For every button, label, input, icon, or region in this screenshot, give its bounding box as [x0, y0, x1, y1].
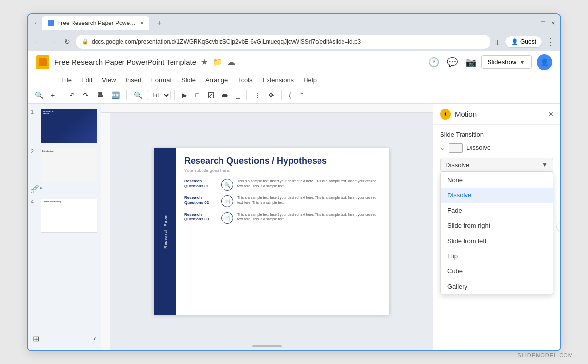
guest-button[interactable]: 👤 Guest — [505, 36, 542, 48]
zoom-plus-button[interactable]: + — [48, 89, 58, 101]
image-button[interactable]: 🖼 — [204, 89, 217, 101]
address-text: docs.google.com/presentation/d/1ZWGRKqSc… — [92, 38, 361, 45]
reload-button[interactable]: ↻ — [62, 36, 72, 48]
minimize-button[interactable]: — — [528, 19, 535, 27]
user-avatar-button[interactable]: 👤 — [537, 54, 552, 70]
dropdown-option-gallery[interactable]: Gallery — [441, 279, 553, 294]
motion-panel-close-button[interactable]: × — [549, 110, 553, 119]
paint-format-button[interactable]: 🆓 — [108, 89, 122, 101]
redo-button[interactable]: ↷ — [80, 89, 92, 101]
dropdown-option-dissolve[interactable]: Dissolve — [441, 188, 553, 203]
menu-view[interactable]: View — [98, 74, 120, 86]
forward-button[interactable]: → — [48, 36, 58, 48]
cloud-icon[interactable]: ☁ — [227, 57, 235, 67]
slide-canvas: Research Paper Research Questions / Hypo… — [154, 148, 389, 315]
tab-bar-arrow-left[interactable]: ‹ — [33, 19, 39, 27]
menu-edit[interactable]: Edit — [77, 74, 96, 86]
move-icon[interactable]: ✥ — [266, 89, 277, 101]
folder-icon[interactable]: 📁 — [213, 57, 222, 67]
extensions-icon[interactable]: ◫ — [494, 38, 501, 46]
guest-label: Guest — [520, 38, 536, 45]
browser-tab[interactable]: Free Research Paper PowerPoin... × — [42, 16, 149, 30]
separator-1 — [62, 90, 62, 100]
dropdown-option-none[interactable]: None — [441, 172, 553, 188]
menu-slide[interactable]: Slide — [177, 74, 199, 86]
canvas-area: Research Paper Research Questions / Hypo… — [101, 104, 433, 350]
slide-thumbnail-1[interactable]: RESEARCHPAPER — [40, 108, 98, 144]
menu-help[interactable]: Help — [299, 74, 320, 86]
ruler-left — [101, 113, 110, 350]
slide-thumbnail-2[interactable]: Introduction — [40, 147, 98, 183]
transition-dropdown-list: None Dissolve Fade Slide from right — [440, 172, 553, 294]
horizontal-scrollbar[interactable] — [252, 345, 282, 347]
menu-extensions[interactable]: Extensions — [259, 74, 298, 86]
more-options-button[interactable]: ⋮ — [251, 89, 264, 101]
slideshow-dropdown-arrow[interactable]: ▼ — [519, 59, 525, 66]
format-toolbar: 🔍 + ↶ ↷ 🖶 🆓 🔍 Fit ▶ □ 🖼 ⬬ ⎯ ⋮ ✥ 〈 ⌃ — [28, 87, 560, 104]
slide-number-2: 2 — [31, 147, 38, 154]
slideshow-label: Slideshow — [488, 58, 516, 66]
dropdown-option-slide-left[interactable]: Slide from left — [441, 233, 553, 248]
panel-collapse-button[interactable]: ‹ — [94, 334, 96, 343]
security-icon: 🔒 — [82, 38, 89, 45]
camera-icon[interactable]: 📷 — [466, 57, 476, 68]
history-icon[interactable]: 🕐 — [428, 57, 439, 68]
expand-button[interactable]: ⌃ — [296, 89, 308, 101]
slide-sidebar-bar: Research Paper — [154, 148, 176, 315]
undo-button[interactable]: ↶ — [66, 89, 78, 101]
menu-tools[interactable]: Tools — [234, 74, 256, 86]
sidebar-bar-text: Research Paper — [163, 214, 168, 249]
menu-bar: File Edit View Insert Format Slide Arran… — [28, 73, 560, 87]
maximize-button[interactable]: □ — [541, 19, 545, 27]
app-toolbar: Free Research Paper PowerPoint Template … — [28, 51, 560, 73]
select-button[interactable]: □ — [192, 89, 202, 101]
new-tab-button[interactable]: + — [152, 16, 166, 30]
app-area: Free Research Paper PowerPoint Template … — [28, 51, 560, 350]
motion-panel-icon: ☀ — [440, 109, 451, 120]
ruler-top — [101, 104, 433, 113]
dropdown-option-cube[interactable]: Cube — [441, 264, 553, 279]
transition-preview-icon — [449, 143, 463, 153]
dropdown-option-fade[interactable]: Fade — [441, 203, 553, 218]
zoom-out-button[interactable]: 🔍 — [32, 89, 46, 101]
menu-insert[interactable]: Insert — [122, 74, 146, 86]
chevron-down-icon: ⌄ — [440, 145, 445, 151]
transition-dropdown[interactable]: Dissolve ▼ None Dissolve — [440, 158, 553, 172]
menu-arrange[interactable]: Arrange — [201, 74, 232, 86]
row-2-label: Research Questions 02 — [184, 195, 218, 206]
polygon-button[interactable]: 〈 — [286, 89, 294, 101]
close-button[interactable]: × — [551, 19, 555, 27]
zoom-level-select[interactable]: Fit — [147, 90, 171, 100]
menu-format[interactable]: Format — [147, 74, 175, 86]
menu-file[interactable]: File — [57, 74, 75, 86]
shapes-button[interactable]: ⬬ — [219, 89, 231, 101]
dropdown-arrow-icon: ▼ — [542, 161, 548, 168]
transition-current-name: Dissolve — [466, 144, 490, 151]
slide-thumbnail-3[interactable]: Research Questions / Hypotheses — [40, 187, 42, 189]
guest-avatar-icon: 👤 — [511, 38, 518, 45]
list-item: 2 Introduction — [31, 147, 98, 183]
panel-collapse-right-button[interactable]: › — [556, 222, 560, 232]
print-button[interactable]: 🖶 — [94, 89, 106, 101]
star-icon[interactable]: ★ — [201, 57, 208, 67]
line-button[interactable]: ⎯ — [233, 89, 243, 101]
slideshow-button[interactable]: Slideshow ▼ — [481, 55, 532, 69]
watermark: SLIDEMODEL.COM — [517, 352, 573, 358]
tab-title: Free Research Paper PowerPoin... — [57, 20, 137, 26]
dropdown-option-slide-right[interactable]: Slide from right — [441, 218, 553, 233]
slide-thumbnail-4[interactable]: Literature Review / Theory — [40, 198, 98, 234]
address-bar[interactable]: 🔒 docs.google.com/presentation/d/1ZWGRKq… — [76, 35, 490, 49]
transition-dropdown-selected[interactable]: Dissolve ▼ — [440, 158, 553, 172]
list-item: 3 Research Questions / Hypotheses 🔗 — [31, 187, 98, 194]
slide-3-label: Research Questions / Hypotheses — [41, 189, 42, 189]
row-2-icon: 📑 — [221, 195, 233, 207]
row-3-text: This is a sample text. Insert your desir… — [237, 212, 381, 222]
back-button[interactable]: ← — [33, 36, 44, 48]
grid-view-button[interactable]: ⊞ — [33, 334, 39, 343]
comments-icon[interactable]: 💬 — [447, 57, 458, 68]
zoom-select[interactable]: 🔍 — [131, 89, 145, 101]
tab-close-button[interactable]: × — [140, 20, 144, 26]
cursor-button[interactable]: ▶ — [179, 89, 190, 101]
dropdown-option-flip[interactable]: Flip — [441, 248, 553, 264]
browser-menu-button[interactable]: ⋮ — [546, 36, 555, 47]
